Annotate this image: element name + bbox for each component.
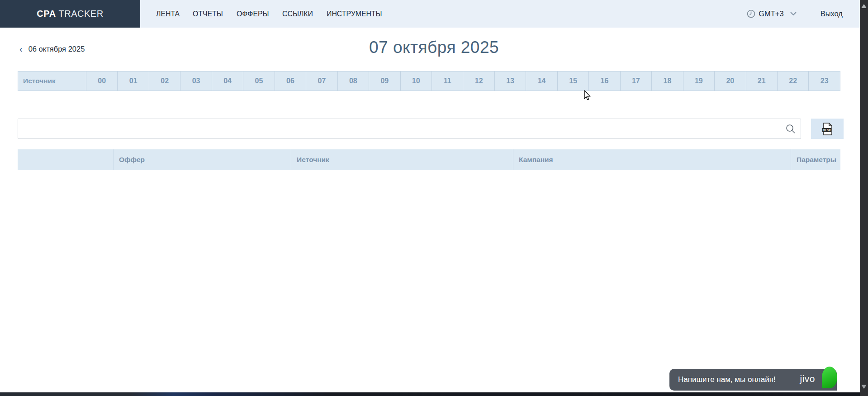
nav-item-ssylki[interactable]: ССЫЛКИ: [282, 10, 313, 18]
hour-column-header: 14: [526, 72, 557, 91]
timezone-selector[interactable]: GMT+3: [747, 10, 799, 18]
results-column-header-1: Оффер: [113, 149, 291, 170]
results-column-header-empty: [18, 149, 113, 170]
hour-column-header: 13: [494, 72, 526, 91]
bottom-section-edge: [0, 392, 868, 396]
timezone-label: GMT+3: [759, 10, 783, 18]
logout-button[interactable]: Выход: [821, 10, 843, 18]
chat-message: Напишите нам, мы онлайн!: [669, 375, 776, 384]
app-logo-light: TRACKER: [59, 9, 104, 19]
chat-widget[interactable]: Напишите нам, мы онлайн! jivo: [669, 369, 837, 391]
svg-text:XLSX: XLSX: [823, 129, 831, 132]
hour-column-header: 18: [651, 72, 683, 91]
jivo-leaf-icon: [822, 367, 837, 388]
hour-column-header: 19: [683, 72, 714, 91]
hour-column-header: 17: [620, 72, 651, 91]
hour-column-header: 22: [777, 72, 808, 91]
hour-column-header: 15: [557, 72, 588, 91]
nav-right-controls: GMT+3 Выход: [747, 0, 843, 28]
hour-column-header: 04: [212, 72, 243, 91]
hour-column-header: 21: [746, 72, 777, 91]
nav-item-instrumenty[interactable]: ИНСТРУМЕНТЫ: [327, 10, 382, 18]
hour-column-header: 01: [117, 72, 148, 91]
scroll-up-arrow-icon[interactable]: [861, 4, 867, 8]
main-nav: ЛЕНТА ОТЧЕТЫ ОФФЕРЫ ССЫЛКИ ИНСТРУМЕНТЫ: [156, 0, 397, 28]
hour-column-header: 20: [714, 72, 745, 91]
hour-column-header: 10: [400, 72, 432, 91]
nav-item-lenta[interactable]: ЛЕНТА: [156, 10, 180, 18]
nav-item-offery[interactable]: ОФФЕРЫ: [237, 10, 269, 18]
chevron-down-icon: [790, 12, 797, 16]
results-column-header-4: Параметры: [791, 149, 840, 170]
hour-column-header: 11: [432, 72, 463, 91]
jivo-logo: jivo: [800, 373, 815, 384]
results-table-header: ОфферИсточникКампанияПараметры: [18, 149, 840, 170]
hour-source-header: Источник: [18, 72, 86, 91]
hour-column-header: 12: [463, 72, 494, 91]
scroll-down-arrow-icon[interactable]: [861, 385, 867, 389]
search-input[interactable]: [18, 119, 801, 138]
search-box: [18, 119, 801, 139]
results-column-header-3: Кампания: [513, 149, 791, 170]
hour-header-row: Источник 0001020304050607080910111213141…: [18, 71, 840, 91]
export-xlsx-button[interactable]: XLSX: [811, 119, 844, 139]
hour-column-header: 02: [149, 72, 180, 91]
app-logo[interactable]: CPA TRACKER: [0, 0, 140, 28]
hour-column-header: 06: [275, 72, 306, 91]
hour-column-header: 05: [243, 72, 274, 91]
clock-icon: [747, 10, 755, 18]
nav-item-otchety[interactable]: ОТЧЕТЫ: [193, 10, 223, 18]
search-icon[interactable]: [785, 124, 796, 136]
hour-column-header: 07: [306, 72, 337, 91]
hour-column-header: 00: [86, 72, 117, 91]
hour-column-header: 08: [337, 72, 369, 91]
hour-column-header: 09: [369, 72, 400, 91]
page-title: 07 октября 2025: [0, 38, 868, 57]
hour-column-header: 03: [180, 72, 211, 91]
hour-column-header: 23: [808, 72, 840, 91]
hour-column-header: 16: [588, 72, 620, 91]
top-navbar: CPA TRACKER ЛЕНТА ОТЧЕТЫ ОФФЕРЫ ССЫЛКИ И…: [0, 0, 868, 28]
vertical-scrollbar[interactable]: [860, 0, 868, 396]
app-logo-bold: CPA: [37, 9, 56, 19]
results-column-header-2: Источник: [291, 149, 513, 170]
xlsx-file-icon: XLSX: [821, 122, 834, 136]
